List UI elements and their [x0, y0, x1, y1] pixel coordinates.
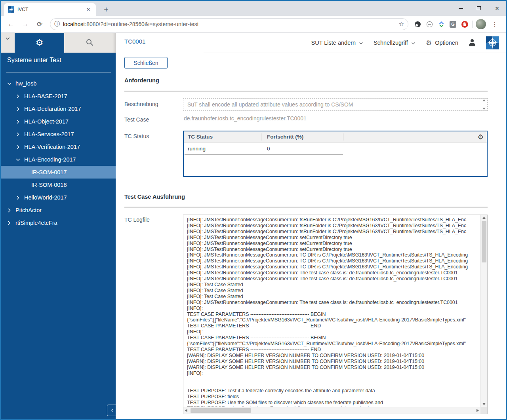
forward-button[interactable]: →	[20, 19, 31, 30]
vertical-scroll-thumb[interactable]	[482, 221, 486, 262]
active-testcase-tab[interactable]: TC0001	[124, 38, 145, 45]
sidebar-item-pitchactor[interactable]: PitchActor	[1, 204, 116, 217]
section-title-anforderung: Anforderung	[124, 77, 159, 84]
chevron-right-icon	[7, 220, 12, 226]
window-maximize-button[interactable]	[470, 1, 488, 16]
tab-close-icon[interactable]: ✕	[85, 6, 92, 13]
sidebar-collapse-strip[interactable]	[1, 33, 15, 53]
sidebar-item-hw-iosb[interactable]: hw_iosb	[1, 77, 116, 90]
menu-optionen[interactable]: ⚙ Optionen	[426, 40, 458, 46]
scroll-left-icon[interactable]	[185, 409, 187, 412]
site-info-icon[interactable]: ⓘ	[54, 21, 60, 28]
tc-logfile-area[interactable]: [INFO]: JMSTestRunner:onMessageConsumer:…	[183, 215, 488, 414]
sidebar: ⚙ Systeme unter Test hw_iosbHLA-BASE-201…	[1, 33, 116, 419]
chevron-down-icon	[411, 41, 416, 46]
browser-menu-icon[interactable]: ⋮	[488, 21, 502, 28]
back-button[interactable]: ←	[6, 19, 17, 30]
reload-button[interactable]: ⟳	[34, 19, 45, 30]
schliessen-button[interactable]: Schließen	[124, 57, 168, 68]
ivct-favicon-icon	[8, 6, 14, 13]
sidebar-item-helloworld-2017[interactable]: HelloWorld-2017	[1, 191, 116, 204]
header-divider	[203, 33, 203, 53]
sidebar-tab-search[interactable]	[64, 33, 116, 53]
address-bar[interactable]: ⓘ localhost:8080/?dl=outline-28560&i=sys…	[50, 18, 408, 30]
sidebar-item-hla-declaration-2017[interactable]: HLA-Declaration-2017	[1, 103, 116, 115]
bookmark-star-icon[interactable]: ☆	[399, 21, 404, 28]
nato-logo	[486, 36, 499, 50]
sidebar-item-label: HLA-Encoding-2017	[24, 156, 76, 163]
scroll-down-icon[interactable]	[482, 403, 486, 405]
chevron-left-icon	[110, 408, 114, 412]
beschreibung-value: SuT shall encode all updated attribute v…	[183, 101, 480, 108]
sidebar-item-label: HLA-Verification-2017	[24, 144, 80, 150]
table-settings-gear-icon[interactable]: ⚙	[478, 133, 484, 141]
log-vertical-scrollbar[interactable]	[480, 215, 487, 407]
browser-tab[interactable]: IVCT ✕	[4, 3, 96, 16]
menu-schnellzugriff[interactable]: Schnellzugriff	[374, 40, 416, 46]
horizontal-scroll-thumb[interactable]	[191, 408, 251, 413]
sidebar-item-label: rtiSimple4etcFra	[15, 220, 57, 226]
column-header-fortschritt[interactable]: Fortschritt (%)	[267, 134, 303, 140]
sidebar-item-hla-base-2017[interactable]: HLA-BASE-2017	[1, 90, 116, 103]
gear-icon: ⚙	[36, 38, 44, 47]
browser-titlebar: IVCT ✕ + ✕	[1, 1, 506, 16]
field-scroll-buttons[interactable]	[480, 99, 487, 110]
chevron-down-icon	[15, 157, 21, 162]
sidebar-item-hla-object-2017[interactable]: HLA-Object-2017	[1, 115, 116, 128]
user-icon[interactable]	[469, 39, 476, 46]
sut-tree: hw_iosbHLA-BASE-2017HLA-Declaration-2017…	[1, 77, 116, 229]
main-header: TC0001 SUT Liste ändern Schnellzugriff ⚙…	[116, 33, 506, 53]
beschreibung-label: Beschreibung	[124, 101, 158, 107]
column-header-tc-status[interactable]: TC Status	[188, 134, 213, 140]
window-close-button[interactable]: ✕	[488, 1, 506, 16]
ivct-app: ⚙ Systeme unter Test hw_iosbHLA-BASE-201…	[1, 33, 506, 419]
sidebar-item-label: HLA-Object-2017	[24, 118, 69, 125]
search-icon	[86, 39, 91, 44]
url-text[interactable]: localhost:8080/?dl=outline-28560&i=syste…	[63, 21, 396, 27]
browser-window: IVCT ✕ + ✕ ← → ⟳ ⓘ localhost:8080/?dl=ou…	[0, 0, 507, 420]
chevron-down-icon	[5, 36, 10, 41]
browser-toolbar: ← → ⟳ ⓘ localhost:8080/?dl=outline-28560…	[1, 16, 506, 33]
log-horizontal-scrollbar[interactable]	[183, 407, 480, 414]
browser-profile-avatar[interactable]	[476, 19, 486, 29]
sidebar-item-label: hw_iosb	[15, 80, 36, 87]
tc-status-label: TC Status	[124, 133, 149, 139]
chevron-right-icon	[15, 144, 21, 150]
chevron-right-icon	[15, 94, 21, 99]
scroll-up-icon[interactable]	[482, 217, 486, 219]
extension-ghost-icon[interactable]	[414, 21, 421, 28]
sidebar-item-label: HelloWorld-2017	[24, 194, 67, 201]
header-bottom-border	[203, 53, 506, 53]
testcase-field: de.fraunhofer.iosb.tc_encodingrulesteste…	[183, 114, 488, 126]
section-title-ausfuehrung: Test Case Ausführung	[124, 194, 185, 200]
testcase-value: de.fraunhofer.iosb.tc_encodingrulesteste…	[183, 114, 307, 122]
new-tab-button[interactable]: +	[101, 4, 112, 15]
chevron-right-icon	[15, 195, 21, 200]
scroll-right-icon[interactable]	[477, 409, 479, 412]
browser-tab-title: IVCT	[17, 7, 85, 12]
sidebar-item-ir-som-0017[interactable]: IR-SOM-0017	[1, 166, 116, 179]
sidebar-item-label: HLA-Declaration-2017	[24, 106, 81, 112]
window-minimize-button[interactable]	[452, 1, 470, 16]
main-content: TC0001 SUT Liste ändern Schnellzugriff ⚙…	[116, 33, 506, 419]
sidebar-item-ir-som-0018[interactable]: IR-SOM-0018	[1, 179, 116, 191]
beschreibung-field[interactable]: SuT shall encode all updated attribute v…	[183, 98, 488, 111]
sidebar-item-label: HLA-BASE-2017	[24, 93, 67, 99]
gear-icon: ⚙	[426, 40, 432, 46]
extension-adblock-icon[interactable]	[461, 21, 468, 28]
section-rule	[124, 91, 488, 92]
extension-chevrons-icon[interactable]	[438, 21, 445, 28]
sidebar-item-hla-services-2017[interactable]: HLA-Services-2017	[1, 128, 116, 141]
testcase-label: Test Case	[124, 116, 149, 123]
table-row[interactable]: running 0	[184, 143, 487, 154]
scrollbar-corner	[480, 407, 487, 414]
extension-g-icon[interactable]: G	[450, 21, 456, 28]
menu-sut-liste-aendern[interactable]: SUT Liste ändern	[311, 40, 364, 46]
sidebar-item-rtisimple4etcfra[interactable]: rtiSimple4etcFra	[1, 217, 116, 229]
sidebar-tab-settings[interactable]: ⚙	[15, 33, 64, 53]
sidebar-item-hla-verification-2017[interactable]: HLA-Verification-2017	[1, 141, 116, 153]
sidebar-item-hla-encoding-2017[interactable]: HLA-Encoding-2017	[1, 153, 116, 166]
extension-dots-icon[interactable]	[426, 21, 433, 28]
tc-logfile-text: [INFO]: JMSTestRunner:onMessageConsumer:…	[183, 215, 480, 407]
sidebar-item-label: PitchActor	[15, 207, 42, 213]
